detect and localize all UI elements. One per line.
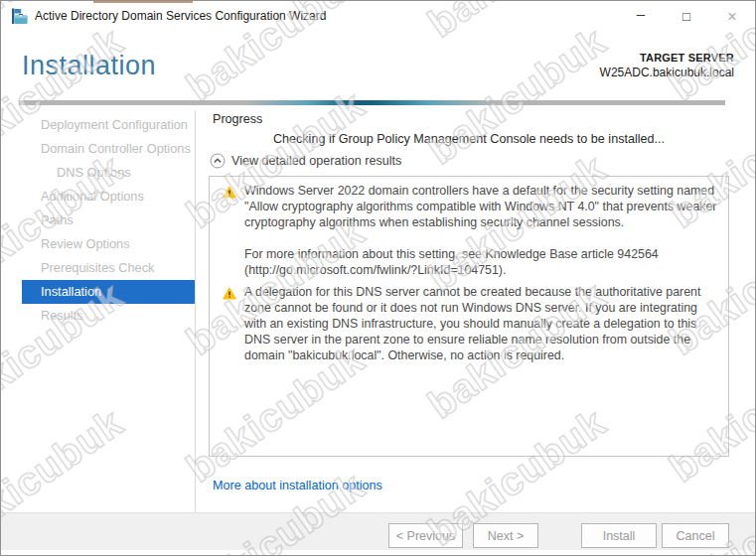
sidebar-item-dns-options[interactable]: DNS Options: [22, 161, 195, 185]
warning-text: A delegation for this DNS server cannot …: [244, 284, 718, 363]
warning-triangle-icon: [223, 286, 236, 363]
cancel-button[interactable]: Cancel: [662, 523, 729, 548]
warning-text: Windows Server 2022 domain controllers h…: [244, 183, 718, 278]
sidebar-item-deployment-configuration[interactable]: Deployment Configuration: [22, 113, 195, 137]
warning-message: A delegation for this DNS server cannot …: [218, 284, 718, 363]
sidebar-item-results[interactable]: Results: [22, 304, 195, 328]
previous-button[interactable]: < Previous: [388, 523, 463, 548]
window-title: Active Directory Domain Services Configu…: [35, 9, 326, 23]
installation-progress-pane: Progress Checking if Group Policy Manage…: [196, 110, 755, 512]
wizard-progress-gradient-bar: [19, 100, 725, 105]
warning-message: Windows Server 2022 domain controllers h…: [218, 183, 718, 278]
chevron-up-circle-icon: [210, 153, 226, 169]
sidebar-item-domain-controller-options[interactable]: Domain Controller Options: [22, 137, 195, 161]
warning-paragraph: For more information about this setting,…: [244, 246, 718, 278]
progress-status-text: Checking if Group Policy Management Cons…: [209, 132, 729, 146]
next-button[interactable]: Next >: [473, 523, 538, 548]
footer-bar: < Previous Next > Install Cancel: [1, 512, 755, 550]
screen-artifact: [93, 1, 193, 3]
target-server-label: TARGET SERVER: [600, 52, 734, 64]
view-details-label: View detailed operation results: [231, 154, 401, 168]
wizard-steps-sidebar: Deployment Configuration Domain Controll…: [1, 110, 196, 512]
sidebar-item-prerequisites-check[interactable]: Prerequisites Check: [22, 256, 195, 280]
close-icon: ×: [727, 8, 736, 26]
page-title: Installation: [22, 51, 156, 81]
maximize-button[interactable]: □: [664, 1, 709, 32]
minimize-button[interactable]: –: [618, 1, 664, 32]
warning-paragraph: A delegation for this DNS server cannot …: [244, 284, 718, 363]
target-server-name: W25ADC.bakicubuk.local: [600, 66, 734, 79]
close-button[interactable]: ×: [709, 1, 755, 32]
sidebar-item-paths[interactable]: Paths: [22, 208, 195, 232]
title-bar: Active Directory Domain Services Configu…: [1, 1, 755, 32]
maximize-icon: □: [682, 9, 690, 24]
sidebar-item-installation[interactable]: Installation: [22, 280, 195, 304]
install-button[interactable]: Install: [581, 523, 657, 548]
operation-results-box: Windows Server 2022 domain controllers h…: [209, 176, 729, 457]
sidebar-item-additional-options[interactable]: Additional Options: [22, 185, 195, 208]
warning-paragraph: Windows Server 2022 domain controllers h…: [244, 183, 718, 230]
adds-wizard-icon: [11, 8, 29, 25]
target-server-block: TARGET SERVER W25ADC.bakicubuk.local: [600, 52, 734, 79]
progress-label: Progress: [213, 112, 262, 126]
sidebar-item-review-options[interactable]: Review Options: [22, 232, 195, 256]
wizard-window: Active Directory Domain Services Configu…: [0, 0, 756, 556]
more-about-installation-link[interactable]: More about installation options: [213, 479, 382, 492]
minimize-icon: –: [637, 5, 645, 22]
window-controls: – □ ×: [618, 1, 755, 32]
view-details-toggle[interactable]: View detailed operation results: [210, 153, 401, 169]
warning-triangle-icon: [223, 185, 236, 278]
